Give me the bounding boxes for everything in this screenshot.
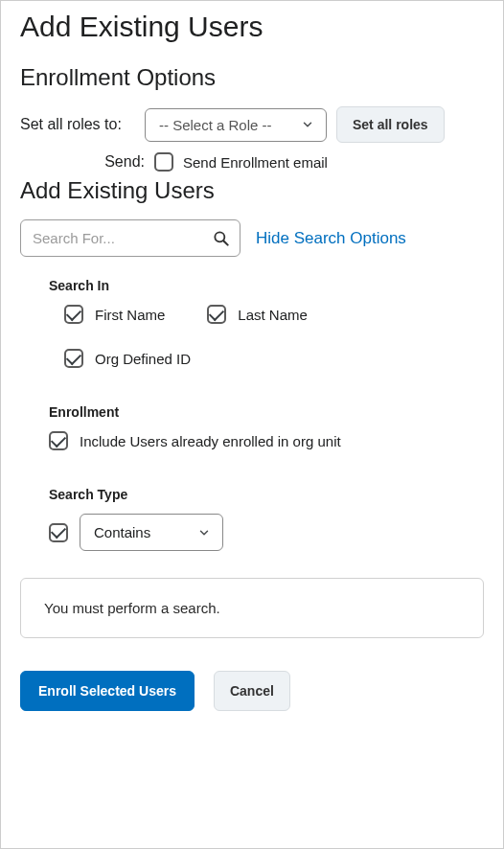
send-row: Send: Send Enrollment email xyxy=(102,152,484,172)
send-label: Send: xyxy=(102,153,145,171)
footer-buttons: Enroll Selected Users Cancel xyxy=(20,671,484,711)
cancel-button[interactable]: Cancel xyxy=(214,671,290,711)
include-enrolled-checkbox[interactable] xyxy=(49,431,68,450)
search-type-label: Search Type xyxy=(49,487,484,502)
enrollment-options-heading: Enrollment Options xyxy=(20,64,484,91)
search-in-label: Search In xyxy=(49,278,484,293)
svg-line-1 xyxy=(224,241,228,244)
search-type-block: Search Type Contains xyxy=(49,487,484,551)
search-icon[interactable] xyxy=(212,229,231,248)
page-container: Add Existing Users Enrollment Options Se… xyxy=(0,0,504,849)
send-email-label: Send Enrollment email xyxy=(183,154,328,171)
last-name-label: Last Name xyxy=(238,307,308,323)
search-row: Hide Search Options xyxy=(20,219,484,257)
org-defined-checkbox[interactable] xyxy=(64,349,83,368)
include-enrolled-label: Include Users already enrolled in org un… xyxy=(80,433,341,449)
send-email-checkbox[interactable] xyxy=(154,152,173,172)
search-type-checkbox[interactable] xyxy=(49,523,68,542)
org-defined-option: Org Defined ID xyxy=(64,349,484,368)
add-existing-heading: Add Existing Users xyxy=(20,177,484,204)
first-name-checkbox[interactable] xyxy=(64,305,83,324)
search-notice: You must perform a search. xyxy=(20,578,484,638)
role-select-value: -- Select a Role -- xyxy=(159,117,272,133)
first-name-label: First Name xyxy=(95,307,165,323)
search-box xyxy=(20,219,241,257)
page-title: Add Existing Users xyxy=(20,11,484,43)
chevron-down-icon xyxy=(301,118,314,131)
org-defined-label: Org Defined ID xyxy=(95,351,191,367)
search-input[interactable] xyxy=(20,219,241,257)
search-in-block: Search In First Name Last Name Org Defin… xyxy=(49,278,484,368)
search-type-row: Contains xyxy=(49,514,484,551)
last-name-option: Last Name xyxy=(207,305,308,324)
search-type-select[interactable]: Contains xyxy=(80,514,223,551)
search-type-value: Contains xyxy=(94,524,150,540)
chevron-down-icon xyxy=(197,526,211,539)
role-select[interactable]: -- Select a Role -- xyxy=(145,108,327,142)
enrollment-label: Enrollment xyxy=(49,404,484,420)
enrollment-block: Enrollment Include Users already enrolle… xyxy=(49,404,484,450)
hide-search-options-link[interactable]: Hide Search Options xyxy=(256,229,406,248)
last-name-checkbox[interactable] xyxy=(207,305,226,324)
enroll-selected-button[interactable]: Enroll Selected Users xyxy=(20,671,195,711)
set-all-roles-button[interactable]: Set all roles xyxy=(336,106,445,143)
set-roles-row: Set all roles to: -- Select a Role -- Se… xyxy=(20,106,484,143)
first-name-option: First Name xyxy=(64,305,165,324)
include-enrolled-option: Include Users already enrolled in org un… xyxy=(49,431,484,450)
set-roles-label: Set all roles to: xyxy=(20,116,135,133)
